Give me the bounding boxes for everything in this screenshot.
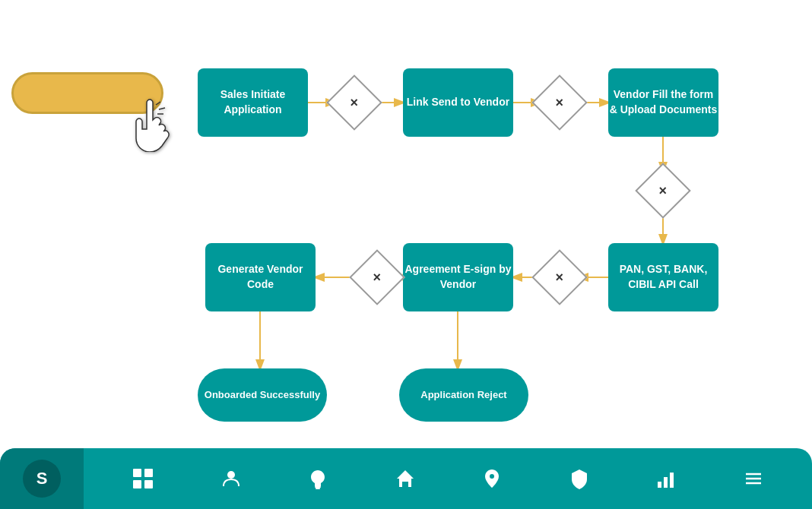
svg-rect-24 xyxy=(658,482,661,488)
svg-point-23 xyxy=(490,474,494,479)
nav-home-icon[interactable] xyxy=(395,468,416,489)
svg-rect-26 xyxy=(670,473,674,488)
nav-items xyxy=(84,467,812,490)
svg-rect-22 xyxy=(402,482,408,487)
svg-rect-17 xyxy=(133,480,141,488)
nav-chart-icon[interactable] xyxy=(655,468,677,489)
nav-logo: S xyxy=(0,448,84,509)
svg-rect-15 xyxy=(133,469,141,477)
link-send-box: Link Send to Vendor xyxy=(403,68,513,137)
bottom-nav: S xyxy=(0,448,812,509)
svg-rect-16 xyxy=(144,469,153,477)
nav-menu-icon[interactable] xyxy=(743,468,764,489)
sales-initiate-box: Sales Initiate Application xyxy=(198,68,308,137)
vendor-fill-box: Vendor Fill the form & Upload Documents xyxy=(608,68,718,137)
pan-gst-box: PAN, GST, BANK, CIBIL API Call xyxy=(608,243,718,311)
nav-bulb-icon[interactable] xyxy=(307,468,328,489)
main-content: Sales Initiate Application × Link Send t… xyxy=(0,0,812,448)
nav-user-icon[interactable] xyxy=(220,468,242,489)
svg-rect-21 xyxy=(316,488,320,489)
diamond-1: × xyxy=(335,83,374,122)
nav-dashboard-icon[interactable] xyxy=(132,467,154,490)
svg-rect-20 xyxy=(315,486,321,488)
diamond-4: × xyxy=(540,258,579,297)
agreement-box: Agreement E-sign by Vendor xyxy=(403,243,513,311)
generate-vendor-box: Generate Vendor Code xyxy=(205,243,316,311)
diamond-5: × xyxy=(357,258,397,297)
nav-logo-circle: S xyxy=(23,460,61,498)
onboarded-oval: Onboarded Successfully xyxy=(198,368,327,422)
app-reject-oval: Application Reject xyxy=(399,368,528,422)
svg-point-19 xyxy=(227,471,235,479)
diamond-3: × xyxy=(643,171,683,210)
svg-rect-25 xyxy=(664,477,668,488)
svg-rect-18 xyxy=(144,480,153,488)
nav-shield-icon[interactable] xyxy=(569,468,590,489)
nav-location-icon[interactable] xyxy=(481,468,503,489)
diamond-2: × xyxy=(540,83,579,122)
